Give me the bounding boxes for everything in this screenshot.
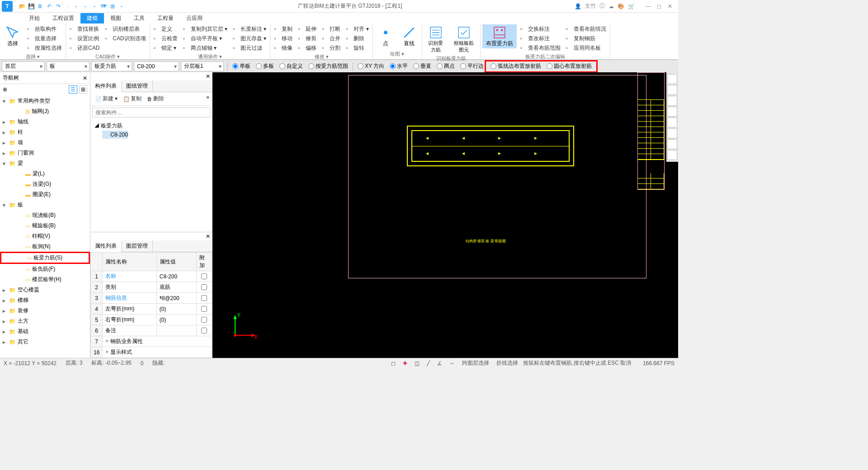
nav-expand-icon[interactable]: ⊕: [3, 86, 7, 93]
ribbon-btn[interactable]: ▫分割: [320, 43, 342, 52]
ribbon-btn[interactable]: ▫偏移: [296, 43, 318, 52]
menu-视图[interactable]: 视图: [104, 13, 127, 24]
qat-tool3-icon[interactable]: ▫: [90, 2, 99, 10]
tree-item[interactable]: ▸📁门窗洞: [0, 148, 90, 158]
prop-row[interactable]: 2类别底筋: [91, 282, 212, 293]
group-label-draw[interactable]: 绘图 ▾: [375, 50, 420, 58]
comp-tree-root[interactable]: ◢ 板受力筋: [94, 121, 208, 131]
user-name[interactable]: 文竹: [585, 2, 596, 10]
tree-item[interactable]: ▬圈梁(E): [0, 189, 90, 200]
tree-item[interactable]: ▭现浇板(B): [0, 210, 90, 221]
radio-圆心布置放射筋[interactable]: 圆心布置放射筋: [547, 62, 592, 70]
group-label-cad[interactable]: CAD操作 ▾: [68, 52, 148, 61]
tree-item[interactable]: ▭楼层板带(H): [0, 274, 90, 285]
radio-水平[interactable]: 水平: [390, 62, 408, 70]
ribbon-btn[interactable]: ▫复制钢筋: [564, 34, 608, 43]
ribbon-btn[interactable]: ▫批量选择: [25, 34, 64, 43]
drawing-canvas[interactable]: ◂ ◂ ▸ ▸ ◂ ◂ ▸ ▸ 结构层 楼面 板 梁 配筋图: [212, 72, 678, 358]
sb-tool4[interactable]: ╱: [425, 360, 432, 367]
tab-component-list[interactable]: 构件列表: [90, 80, 122, 92]
view-box-icon[interactable]: [667, 96, 677, 106]
ribbon-btn[interactable]: ▫对齐 ▾: [344, 24, 370, 33]
copy-button[interactable]: 📋 复制: [121, 94, 143, 103]
component-search-input[interactable]: [92, 108, 210, 118]
new-button[interactable]: 📄 新建 ▾: [93, 94, 119, 103]
ribbon-btn[interactable]: ▫复制: [272, 24, 294, 33]
check-rebar-button[interactable]: 校核板筋图元: [449, 24, 478, 54]
tree-item[interactable]: ▭板洞(N): [0, 241, 90, 252]
skin-icon[interactable]: 🎨: [618, 3, 624, 9]
delete-button[interactable]: 🗑 删除: [145, 94, 166, 103]
sb-tool5[interactable]: ∠: [435, 360, 444, 367]
floor-select[interactable]: 首层: [2, 61, 45, 71]
radio-平行边[interactable]: 平行边: [460, 62, 484, 70]
sb-tool3[interactable]: ◫: [412, 360, 422, 367]
line-big-button[interactable]: 直线: [398, 24, 420, 48]
ribbon-btn[interactable]: ▫延伸: [296, 24, 318, 33]
ribbon-btn[interactable]: ▫修剪: [296, 34, 318, 43]
radio-自定义[interactable]: 自定义: [279, 62, 303, 70]
ribbon-btn[interactable]: ▫删除: [344, 34, 370, 43]
toolbar-more-icon[interactable]: »: [206, 94, 209, 103]
minimize-button[interactable]: —: [644, 3, 653, 10]
radio-单板[interactable]: 单板: [232, 62, 250, 70]
radio-多板[interactable]: 多板: [256, 62, 274, 70]
ribbon-btn[interactable]: ▫图元过滤: [231, 43, 268, 52]
ribbon-btn[interactable]: ▫移动: [272, 34, 294, 43]
tree-item[interactable]: ▬梁(L): [0, 169, 90, 179]
group-label-select[interactable]: 选择 ▾: [2, 52, 64, 61]
nav-close-icon[interactable]: ✕: [83, 75, 87, 81]
view-plane-icon[interactable]: [667, 107, 677, 117]
spec-select[interactable]: C8-200: [134, 61, 179, 71]
maximize-button[interactable]: ◻: [655, 3, 664, 10]
view-wire-icon[interactable]: [667, 139, 677, 149]
ribbon-btn[interactable]: ▫长度标注 ▾: [231, 24, 268, 33]
tree-item[interactable]: ▸📁基础: [0, 326, 90, 337]
tree-item[interactable]: ▭螺旋板(B): [0, 221, 90, 231]
ribbon-btn[interactable]: ▫图元存盘 ▾: [231, 34, 268, 43]
info-icon[interactable]: ⓘ: [599, 2, 605, 10]
close-button[interactable]: ✕: [665, 3, 675, 10]
prop-row[interactable]: 3钢筋信息ᶲ8@200: [91, 293, 212, 304]
ribbon-btn[interactable]: ▫查看布筋范围: [519, 43, 562, 52]
tree-item[interactable]: ▸📁其它: [0, 337, 90, 347]
ribbon-btn[interactable]: ▫两点辅轴 ▾: [181, 43, 229, 52]
group-label-common[interactable]: 通用操作 ▾: [152, 52, 269, 61]
ribbon-btn[interactable]: ▫复制到其它层 ▾: [181, 24, 229, 33]
radio-XY 方向[interactable]: XY 方向: [358, 62, 384, 70]
category-select[interactable]: 板: [47, 61, 90, 71]
ribbon-btn[interactable]: ▫拾取构件: [25, 24, 64, 33]
user-icon[interactable]: 👤: [575, 3, 581, 9]
ribbon-btn[interactable]: ▫交换标注: [519, 24, 562, 33]
tree-item[interactable]: ▬连梁(G): [0, 179, 90, 189]
tab-layer-manage[interactable]: 图层管理: [122, 240, 153, 252]
ribbon-btn[interactable]: ▫锁定 ▾: [152, 43, 179, 52]
tab-property-list[interactable]: 属性列表: [90, 240, 122, 252]
layer-select[interactable]: 分层板1: [181, 61, 224, 71]
tree-item[interactable]: ▸📁土方: [0, 316, 90, 326]
group-label-modify[interactable]: 修改 ▾: [272, 52, 370, 61]
ribbon-btn[interactable]: ▫查改标注: [519, 34, 562, 43]
sb-polyline[interactable]: 折线选择: [494, 359, 520, 367]
qat-redo-icon[interactable]: ↷: [54, 2, 62, 10]
menu-工程量[interactable]: 工程量: [151, 13, 180, 24]
ribbon-btn[interactable]: ▫查看布筋情况: [564, 24, 608, 33]
tree-item[interactable]: ▸📁柱: [0, 127, 90, 137]
radio-按受力筋范围[interactable]: 按受力筋范围: [308, 62, 348, 70]
cloud-icon[interactable]: ☁: [609, 3, 614, 9]
view-refresh-icon[interactable]: [667, 128, 677, 138]
qat-tool1-icon[interactable]: ▫: [72, 2, 80, 10]
tree-item[interactable]: ▸📁空心楼盖: [0, 285, 90, 295]
qat-open-icon[interactable]: 📂: [18, 2, 26, 10]
tree-item[interactable]: ▸📁轴线: [0, 117, 90, 127]
ribbon-btn[interactable]: ▫设置比例: [68, 34, 101, 43]
ribbon-btn[interactable]: ▫自动平齐板 ▾: [181, 34, 229, 43]
arrange-rebar-button[interactable]: 布置受力筋: [482, 24, 517, 48]
ribbon-btn[interactable]: ▫打断: [320, 24, 342, 33]
radio-垂直[interactable]: 垂直: [413, 62, 431, 70]
view-3d-icon[interactable]: [667, 85, 677, 95]
ribbon-btn[interactable]: ▫云检查: [152, 34, 179, 43]
tree-item[interactable]: ▭板负筋(F): [0, 264, 90, 274]
qat-tool2-icon[interactable]: ▫: [81, 2, 90, 10]
radio-两点[interactable]: 两点: [437, 62, 455, 70]
